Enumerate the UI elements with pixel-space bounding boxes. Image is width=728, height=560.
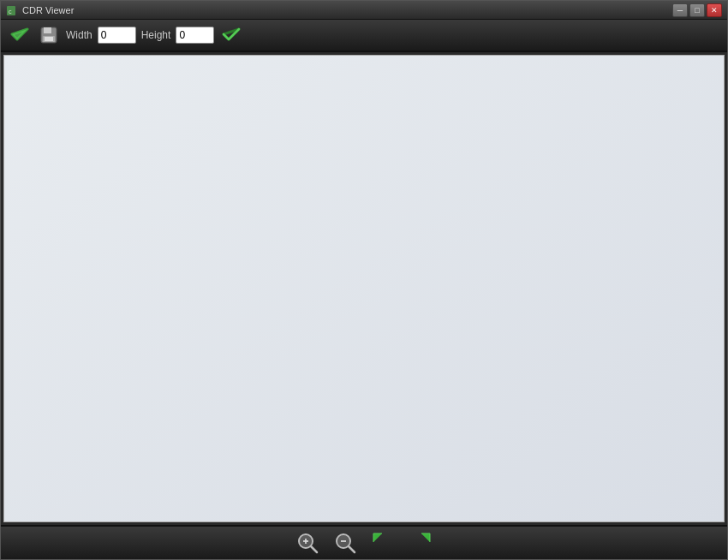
height-label: Height (141, 29, 171, 41)
save-floppy-icon (39, 26, 58, 45)
window-title: CDR Viewer (22, 5, 74, 15)
svg-line-13 (311, 546, 317, 552)
canvas-area[interactable] (3, 55, 725, 522)
svg-rect-5 (44, 27, 51, 33)
toolbar: Width Height (1, 20, 727, 52)
save-button[interactable] (37, 23, 61, 47)
rotate-left-button[interactable] (369, 529, 397, 557)
width-label: Width (66, 29, 92, 41)
bottom-bar (1, 525, 727, 559)
rotate-right-button[interactable] (407, 529, 434, 557)
svg-marker-26 (421, 533, 430, 542)
maximize-button[interactable]: □ (689, 3, 705, 17)
zoom-out-button[interactable] (331, 529, 359, 557)
close-button[interactable]: ✕ (707, 3, 722, 17)
title-bar-left: C CDR Viewer (6, 4, 74, 16)
minimize-button[interactable]: ─ (672, 3, 688, 17)
open-button[interactable] (8, 23, 32, 47)
zoom-in-button[interactable] (294, 529, 321, 557)
width-input[interactable] (98, 27, 136, 44)
main-window: C CDR Viewer ─ □ ✕ (0, 0, 728, 560)
svg-line-19 (349, 546, 355, 552)
svg-text:C: C (9, 9, 12, 15)
zoom-out-icon (334, 532, 356, 554)
title-bar-controls: ─ □ ✕ (672, 3, 722, 17)
rotate-left-icon (372, 532, 394, 554)
zoom-in-icon (296, 532, 319, 554)
apply-button[interactable] (219, 23, 243, 47)
height-input[interactable] (176, 27, 214, 44)
apply-check-icon (222, 26, 241, 45)
rotate-right-icon (409, 532, 432, 554)
open-check-icon (10, 26, 29, 45)
svg-marker-22 (373, 533, 382, 542)
title-bar: C CDR Viewer ─ □ ✕ (1, 1, 727, 20)
window-icon: C (6, 4, 18, 16)
svg-rect-7 (45, 37, 53, 41)
